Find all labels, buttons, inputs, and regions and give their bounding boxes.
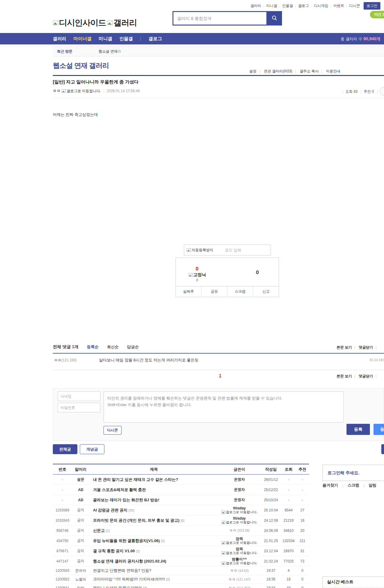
report-button[interactable]: 신고 bbox=[253, 286, 279, 297]
close-comments-link[interactable]: 댓글닫기 bbox=[359, 345, 373, 349]
comment-password-input[interactable] bbox=[58, 403, 100, 412]
related-gallery-link[interactable]: 연관 갤러리(0/23) bbox=[264, 69, 292, 73]
row-author-link[interactable]: 깜묵갤로그로 이동합니다. bbox=[218, 537, 260, 545]
comment-author[interactable]: ㅇㅇ(121.169) bbox=[54, 358, 76, 363]
scrap-button[interactable]: 스크랩 bbox=[227, 286, 253, 297]
view-post-link[interactable]: 본문 보기 bbox=[337, 345, 352, 349]
row-views: - bbox=[281, 488, 296, 492]
row-title-link[interactable]: 완결치고 단행본때 연락옴? 안옴? bbox=[89, 568, 218, 573]
search-input[interactable] bbox=[173, 12, 266, 25]
row-title-link[interactable]: 골라보는 재미가 있는 화끈한 BJ 방송! bbox=[89, 497, 218, 503]
top-link-gallery[interactable]: 갤러리 bbox=[250, 3, 261, 8]
row-author-link[interactable]: 운영자 bbox=[218, 487, 260, 492]
row-category[interactable]: 공지 bbox=[72, 528, 89, 533]
write-post-button[interactable]: 글쓰기 bbox=[381, 444, 384, 454]
row-author-link[interactable]: ㅇㅇ (14.52) bbox=[218, 568, 260, 573]
search-button[interactable] bbox=[267, 11, 282, 26]
post-author-gallog-link[interactable]: 갤로그로 이동합니다. bbox=[67, 89, 101, 94]
tab-all-posts[interactable]: 전체글 bbox=[53, 444, 77, 454]
row-title-link[interactable]: 웹소설 연재 갤러리 공지사항 (2021.02.24) bbox=[89, 559, 218, 564]
top-link-dccon[interactable]: 디시콘 bbox=[349, 3, 360, 8]
row-author-link[interactable]: 운영자 bbox=[218, 497, 260, 502]
row-category[interactable]: 공지 bbox=[72, 538, 89, 543]
row-category[interactable]: 설문 bbox=[72, 477, 89, 482]
page-title[interactable]: 웹소설 연재 갤러리 bbox=[53, 61, 109, 70]
board-row: 447147공지웹소설 연재 갤러리 공지사항 (2021.02.24)밤톨이^… bbox=[53, 556, 309, 566]
row-category[interactable]: 공지 bbox=[72, 518, 89, 523]
top-link-dcgame[interactable]: 디시게임 bbox=[314, 3, 328, 8]
comment-submit-button[interactable]: 등록 bbox=[346, 424, 370, 435]
row-category[interactable]: 문피아 bbox=[72, 568, 89, 573]
nav-mini-gallery[interactable]: 미니갤 bbox=[99, 33, 112, 44]
row-views: 18 bbox=[281, 577, 296, 581]
dccon-button[interactable]: 디시콘 bbox=[104, 426, 122, 435]
top-link-gallog[interactable]: 갤로그 bbox=[298, 3, 309, 8]
copy-url-link[interactable]: 갤주소 복사 bbox=[300, 69, 319, 73]
captcha-input[interactable] bbox=[224, 248, 258, 253]
row-author-link[interactable]: ㅇㅇ (114.207) bbox=[218, 586, 260, 588]
row-category[interactable]: AD bbox=[72, 488, 89, 492]
row-category[interactable]: AD bbox=[72, 498, 89, 502]
row-category[interactable]: 노벨피 bbox=[72, 577, 89, 582]
row-author-link[interactable]: ㅇㅇ (121.147) bbox=[218, 577, 260, 582]
sort-by-latest[interactable]: 최신순 bbox=[107, 344, 119, 350]
row-recommends: 0 bbox=[296, 586, 309, 588]
comment-submit-button-2[interactable]: 등록 bbox=[374, 424, 384, 435]
row-author-link[interactable]: 운영자 bbox=[218, 477, 260, 482]
nav-person-gallery[interactable]: 인물갤 bbox=[119, 33, 133, 44]
breadcrumb-gallery[interactable]: 웹소설 연재ⓜ bbox=[99, 49, 121, 53]
night-mode-button[interactable]: 야간 모드 bbox=[370, 11, 384, 18]
row-author-link[interactable]: thisday갤로그로 이동합니다. bbox=[218, 516, 260, 524]
row-author-link[interactable]: 밤톨이^^갤로그로 이동합니다. bbox=[218, 557, 260, 565]
downvote-count[interactable]: 0 bbox=[250, 270, 265, 276]
realtime-best-button[interactable]: 실베추 bbox=[176, 286, 201, 297]
settings-link[interactable]: 설정 bbox=[249, 69, 256, 73]
row-category[interactable]: 일반 bbox=[72, 586, 89, 588]
sort-by-registered[interactable]: 등록순 bbox=[87, 344, 99, 350]
post-author-nick[interactable]: ㅇㅇ bbox=[53, 88, 61, 94]
comment-nickname-input[interactable] bbox=[58, 391, 100, 401]
top-link-event[interactable]: 이벤트 bbox=[333, 3, 344, 8]
nav-gallery[interactable]: 갤러리 bbox=[53, 33, 66, 44]
row-author-link[interactable]: thisday갤로그로 이동합니다. bbox=[218, 506, 260, 514]
row-title-link[interactable]: 제미니 이새끼 믿을수가없어[3] bbox=[89, 585, 218, 588]
row-category[interactable]: 공지 bbox=[72, 548, 89, 553]
row-date: 19:34 bbox=[260, 586, 281, 588]
sidebar-tab-alerts[interactable]: 알림 bbox=[369, 483, 376, 488]
row-title-link[interactable]: 유입 뉴비들을 위한 갤통합공지(V1.06)[2] bbox=[89, 538, 218, 544]
row-title-link[interactable]: 겨울 스포츠&레저로 활력 충전 bbox=[89, 487, 218, 493]
share-button[interactable]: 공유 bbox=[201, 286, 227, 297]
sidebar-tab-scrap[interactable]: 스크랩 bbox=[347, 483, 359, 488]
top-link-minigal[interactable]: 미니갤 bbox=[266, 3, 277, 8]
view-post-link[interactable]: 본문 보기 bbox=[337, 374, 352, 378]
guide-link[interactable]: 이용안내 bbox=[326, 69, 340, 73]
sidebar-login-prompt[interactable]: 로그인해 주세요. bbox=[322, 465, 384, 481]
row-title-link[interactable]: 크아아아앙ㄱ!!!! 독짜넴!!!! 가지마세여!!!!!![2] bbox=[89, 577, 218, 582]
sort-by-reply[interactable]: 답글순 bbox=[127, 344, 139, 350]
close-comments-link[interactable]: 댓글닫기 bbox=[359, 374, 373, 378]
row-date: 23.12.04 bbox=[260, 549, 281, 553]
tab-concept-posts[interactable]: 개념글 bbox=[80, 444, 104, 454]
row-category[interactable]: 공지 bbox=[72, 559, 89, 564]
nav-minor-gallery[interactable]: 마이너갤 bbox=[74, 33, 92, 44]
captcha-image-alt: 자동등록방지 bbox=[187, 248, 213, 253]
row-date: 21.02.24 bbox=[260, 559, 281, 563]
top-link-persongal[interactable]: 인물갤 bbox=[282, 3, 293, 8]
login-button[interactable]: 로그인 bbox=[364, 2, 380, 10]
row-title-link[interactable]: 갤 규칙 통합 공지 V1.00[1] bbox=[89, 548, 218, 554]
recent-visit-label[interactable]: 최근 방문 bbox=[57, 49, 72, 53]
recommend-up-area[interactable]: 0 고정닉 0 bbox=[176, 266, 218, 282]
nav-gallog[interactable]: 갤로그 bbox=[148, 33, 162, 44]
site-logo[interactable]: 디시인사이드 갤러리 bbox=[53, 17, 138, 28]
sidebar-tab-favorites[interactable]: 즐겨찾기 bbox=[322, 483, 338, 488]
row-author-link[interactable]: ㅇㅇ (223.38) bbox=[218, 528, 260, 533]
row-title-link[interactable]: AI 감평글 관련 공지[20] bbox=[89, 508, 218, 513]
comment-page-1[interactable]: 1 bbox=[219, 373, 221, 378]
row-category[interactable]: 공지 bbox=[72, 508, 89, 513]
row-title-link[interactable]: 내 돈 관리 맡기고 싶은 재태크 고수 같은 스타는? bbox=[89, 477, 218, 482]
post-head-round-button[interactable] bbox=[380, 87, 384, 96]
comment-textarea[interactable]: 타인의 권리를 침해하거나 명예를 훼손하는 댓글은 운영원칙 및 관련 법률에… bbox=[104, 391, 344, 423]
row-title-link[interactable]: 프라이빗 문의 공간 (개인 문의, 외부 홍보 및 광고)[6] bbox=[89, 518, 218, 523]
row-author-link[interactable]: 깜묵갤로그로 이동합니다. bbox=[218, 547, 260, 555]
row-title-link[interactable]: 신문고[1] bbox=[89, 528, 218, 533]
